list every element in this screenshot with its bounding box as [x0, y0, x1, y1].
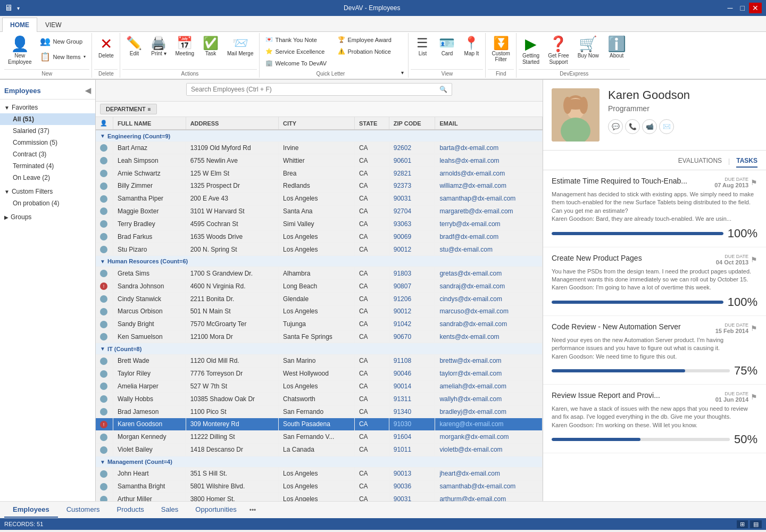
nav-item-customers[interactable]: Customers	[58, 502, 109, 518]
sidebar-collapse-icon[interactable]: ◀	[85, 86, 91, 95]
zip-link[interactable]: 90013	[394, 470, 411, 477]
nav-item-employees[interactable]: Employees	[4, 502, 58, 518]
task-item[interactable]: Estimate Time Required to Touch-Enab... …	[543, 170, 766, 247]
zip-link[interactable]: 90069	[394, 233, 411, 240]
maximize-button[interactable]: □	[737, 3, 748, 13]
table-row[interactable]: Brad Jameson 1100 Pico St San Fernando C…	[96, 405, 543, 418]
table-row[interactable]: ! Karen Goodson 309 Monterey Rd South Pa…	[96, 418, 543, 431]
email-link[interactable]: arthurm@dx-email.com	[439, 495, 506, 501]
sidebar-item-commission[interactable]: Commission (5)	[0, 137, 95, 148]
profile-video-button[interactable]: 📹	[642, 119, 657, 134]
col-city[interactable]: CITY	[279, 117, 355, 130]
sidebar-item-on-probation[interactable]: On probation (4)	[0, 197, 95, 209]
task-item[interactable]: Create New Product Pages DUE DATE 04 Oct…	[543, 247, 766, 316]
sidebar-item-on-leave[interactable]: On Leave (2)	[0, 172, 95, 184]
zip-link[interactable]: 91011	[394, 446, 411, 453]
get-free-support-button[interactable]: ❓ Get FreeSupport	[544, 34, 572, 68]
nav-more-button[interactable]: •••	[245, 503, 261, 517]
sidebar-groups-header[interactable]: ▶ Groups	[0, 211, 95, 223]
table-row[interactable]: Taylor Riley 7776 Torreyson Dr West Holl…	[96, 367, 543, 380]
email-link[interactable]: wallyh@dx-email.com	[439, 395, 502, 403]
email-link[interactable]: leahs@dx-email.com	[439, 157, 499, 164]
zip-link[interactable]: 92704	[394, 207, 411, 215]
email-link[interactable]: kareng@dx-email.com	[439, 420, 503, 428]
getting-started-button[interactable]: ▶ GettingStarted	[519, 34, 543, 68]
zip-link[interactable]: 91340	[394, 408, 411, 415]
department-row[interactable]: ▼ IT (Count=8)	[96, 343, 543, 355]
table-row[interactable]: Brett Wade 1120 Old Mill Rd. San Marino …	[96, 354, 543, 367]
sidebar-favorites-header[interactable]: ▼ Favorites	[0, 102, 95, 113]
email-link[interactable]: gretas@dx-email.com	[439, 270, 502, 277]
sidebar-custom-filters-header[interactable]: ▼ Custom Filters	[0, 186, 95, 197]
zip-link[interactable]: 91030	[394, 420, 411, 428]
sidebar-item-all[interactable]: All (51)	[0, 113, 95, 125]
zip-link[interactable]: 91803	[394, 270, 411, 277]
col-zip-code[interactable]: ZIP CODE	[389, 117, 435, 130]
table-row[interactable]: Arnie Schwartz 125 W Elm St Brea CA 9282…	[96, 167, 543, 180]
mail-merge-button[interactable]: 📨 Mail Merge	[223, 34, 257, 59]
email-link[interactable]: sandrab@dx-email.com	[439, 320, 507, 328]
department-row[interactable]: ▼ Engineering (Count=9)	[96, 130, 543, 142]
zip-link[interactable]: 91206	[394, 295, 411, 303]
email-link[interactable]: taylorr@dx-email.com	[439, 370, 502, 377]
task-button[interactable]: ✅ Task	[199, 34, 222, 59]
new-items-button[interactable]: 📋 New Items ▾	[36, 49, 89, 64]
zip-link[interactable]: 90670	[394, 333, 411, 340]
quick-letter-dropdown-arrow[interactable]: ▾	[399, 70, 406, 76]
table-row[interactable]: John Heart 351 S Hill St. Los Angeles CA…	[96, 468, 543, 480]
profile-call-button[interactable]: 📞	[625, 119, 640, 134]
email-link[interactable]: samanthab@dx-email.com	[439, 483, 515, 490]
zip-link[interactable]: 93063	[394, 220, 411, 228]
employee-award-button[interactable]: 🏆 Employee Award	[334, 34, 406, 45]
new-group-button[interactable]: 👥 New Group	[36, 34, 89, 48]
email-link[interactable]: ameliah@dx-email.com	[439, 383, 506, 390]
table-row[interactable]: Bart Arnaz 13109 Old Myford Rd Irvine CA…	[96, 142, 543, 154]
search-input[interactable]	[187, 84, 435, 95]
col-email[interactable]: EMAIL	[435, 117, 543, 130]
minimize-button[interactable]: ─	[725, 3, 736, 13]
email-link[interactable]: kents@dx-email.com	[439, 333, 499, 340]
tab-tasks[interactable]: TASKS	[736, 155, 757, 168]
email-link[interactable]: jheart@dx-email.com	[439, 470, 500, 477]
email-link[interactable]: samanthap@dx-email.com	[439, 195, 515, 202]
status-icon-1[interactable]: ⊞	[737, 520, 748, 528]
col-full-name[interactable]: FULL NAME	[113, 117, 186, 130]
delete-button[interactable]: ✕ Delete	[94, 34, 118, 61]
table-row[interactable]: Stu Pizaro 200 N. Spring St Los Angeles …	[96, 243, 543, 256]
edit-button[interactable]: ✏️ Edit	[122, 34, 146, 59]
table-row[interactable]: Brad Farkus 1635 Woods Drive Los Angeles…	[96, 230, 543, 243]
zip-link[interactable]: 91311	[394, 395, 411, 403]
service-excellence-button[interactable]: ⭐ Service Excellence	[262, 46, 334, 57]
welcome-devav-button[interactable]: 🏢 Welcome To DevAV	[262, 57, 334, 69]
zip-link[interactable]: 90031	[394, 495, 411, 501]
zip-link[interactable]: 91108	[394, 357, 411, 364]
thank-you-note-button[interactable]: 💌 Thank You Note	[262, 34, 334, 45]
profile-email-button[interactable]: ✉️	[659, 119, 674, 134]
tab-view[interactable]: VIEW	[37, 18, 70, 32]
sidebar-item-contract[interactable]: Contract (3)	[0, 148, 95, 160]
tab-home[interactable]: HOME	[2, 18, 37, 32]
email-link[interactable]: violetb@dx-email.com	[439, 446, 502, 453]
custom-filter-button[interactable]: ⏬ CustomFilter	[488, 34, 513, 65]
card-view-button[interactable]: 🪪 Card	[435, 34, 459, 59]
table-row[interactable]: Cindy Stanwick 2211 Bonita Dr. Glendale …	[96, 293, 543, 305]
sidebar-item-salaried[interactable]: Salaried (37)	[0, 125, 95, 137]
email-link[interactable]: morgank@dx-email.com	[439, 433, 509, 440]
table-row[interactable]: Sandy Bright 7570 McGroarty Ter Tujunga …	[96, 318, 543, 330]
nav-item-opportunities[interactable]: Opportunities	[187, 502, 245, 518]
zip-link[interactable]: 90807	[394, 282, 411, 290]
email-link[interactable]: bradf@dx-email.com	[439, 233, 498, 240]
table-row[interactable]: Wally Hobbs 10385 Shadow Oak Dr Chatswor…	[96, 393, 543, 405]
status-icon-2[interactable]: ▤	[750, 520, 762, 528]
col-address[interactable]: ADDRESS	[186, 117, 278, 130]
zip-link[interactable]: 90031	[394, 195, 411, 202]
table-row[interactable]: Violet Bailey 1418 Descanso Dr La Canada…	[96, 443, 543, 456]
department-row[interactable]: ▼ Human Resources (Count=6)	[96, 255, 543, 267]
table-row[interactable]: Samantha Bright 5801 Wilshire Blvd. Los …	[96, 480, 543, 493]
zip-link[interactable]: 91042	[394, 320, 411, 328]
zip-link[interactable]: 92373	[394, 182, 411, 189]
email-link[interactable]: cindys@dx-email.com	[439, 295, 502, 303]
about-button[interactable]: ℹ️ About	[604, 34, 630, 61]
print-button[interactable]: 🖨️ Print ▾	[147, 34, 170, 59]
zip-link[interactable]: 92821	[394, 170, 411, 177]
